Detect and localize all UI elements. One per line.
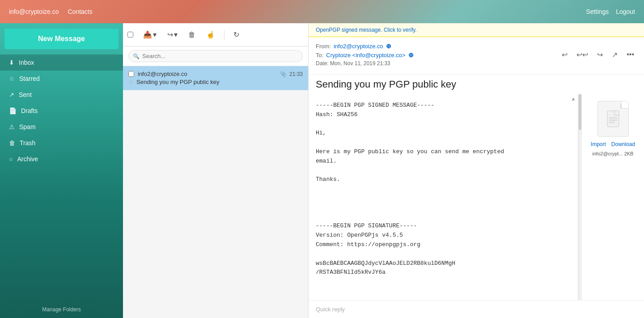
reply-button[interactable]: ↩ <box>559 49 570 61</box>
sidebar: New Message ⬇ Inbox ☆ Starred ↗ Sent 📄 D… <box>0 23 123 318</box>
scroll-thumb[interactable] <box>579 94 581 130</box>
mark-button[interactable]: ☝ <box>203 28 219 42</box>
sidebar-item-label-sent: Sent <box>19 91 32 98</box>
body-and-scroll: ▲ -----BEGIN PGP SIGNED MESSAGE----- Has… <box>309 94 581 300</box>
to-row: To: Cryptoize <info@cryptoize.co> ⊕ <box>316 51 559 59</box>
new-message-button[interactable]: New Message <box>4 29 119 49</box>
forward-icon: ↪ <box>167 30 173 39</box>
sidebar-item-label-inbox: Inbox <box>19 59 34 66</box>
toolbar-separator <box>224 29 225 40</box>
sidebar-item-trash[interactable]: 🗑 Trash <box>0 135 123 151</box>
search-input[interactable] <box>128 50 303 62</box>
svg-rect-0 <box>607 111 619 127</box>
pgp-banner-text: OpenPGP signed message. <box>316 27 382 33</box>
email-date: Date: Mon, Nov 11, 2019 21:33 <box>316 60 559 67</box>
download-button[interactable]: Download <box>610 140 636 148</box>
email-body-text: -----BEGIN PGP SIGNED MESSAGE----- Hash:… <box>316 101 571 277</box>
email-meta: From: info2@cryptoize.co ⊕ To: Cryptoize… <box>316 42 559 67</box>
email-body-wrapper: ▲ -----BEGIN PGP SIGNED MESSAGE----- Has… <box>309 94 644 300</box>
sent-icon: ↗ <box>9 91 14 98</box>
delete-button[interactable]: 🗑 <box>185 28 199 42</box>
search-wrapper: 🔍 <box>128 50 303 62</box>
email-header-row: From: info2@cryptoize.co ⊕ To: Cryptoize… <box>316 42 637 67</box>
sidebar-item-inbox[interactable]: ⬇ Inbox <box>0 54 123 71</box>
manage-folders[interactable]: Manage Folders <box>0 301 123 318</box>
pgp-banner[interactable]: OpenPGP signed message. Click to verify. <box>309 23 644 37</box>
more-actions-button[interactable]: ••• <box>624 49 637 60</box>
attachment-icon-fold <box>621 101 628 109</box>
to-label: To: <box>316 52 323 59</box>
from-add-contact-icon[interactable]: ⊕ <box>386 42 391 50</box>
forward-email-button[interactable]: ↪ <box>594 49 606 61</box>
email-scrollbar[interactable] <box>578 94 581 300</box>
sidebar-item-drafts[interactable]: 📄 Drafts <box>0 103 123 119</box>
trash-icon: 🗑 <box>9 139 15 146</box>
email-subject-display: Sending you my PGP public key <box>309 75 644 94</box>
star-toggle-icon[interactable]: ☆ <box>128 79 134 85</box>
sidebar-spacer <box>0 167 123 301</box>
topbar-settings[interactable]: Settings <box>586 8 609 15</box>
email-subject-preview: Sending you my PGP public key <box>136 79 219 85</box>
refresh-icon: ↻ <box>233 30 239 39</box>
attachment-size: 2KB <box>624 151 634 156</box>
attachment-filename: info2@crypt... <box>593 151 623 156</box>
reply-icon: ↩ <box>562 51 568 59</box>
quick-reply[interactable]: Quick reply <box>309 300 644 318</box>
main-layout: New Message ⬇ Inbox ☆ Starred ↗ Sent 📄 D… <box>0 23 644 318</box>
refresh-button[interactable]: ↻ <box>230 28 243 42</box>
delete-icon: 🗑 <box>188 31 195 39</box>
email-body[interactable]: ▲ -----BEGIN PGP SIGNED MESSAGE----- Has… <box>309 94 578 300</box>
email-header: From: info2@cryptoize.co ⊕ To: Cryptoize… <box>309 37 644 75</box>
sidebar-item-spam[interactable]: ⚠ Spam <box>0 119 123 135</box>
spam-icon: ⚠ <box>9 123 15 130</box>
attachment-file-icon <box>597 101 629 137</box>
from-label: From: <box>316 43 331 50</box>
open-external-button[interactable]: ↗ <box>609 49 620 61</box>
to-add-contact-icon[interactable]: ⊕ <box>408 51 414 59</box>
sidebar-item-sent[interactable]: ↗ Sent <box>0 87 123 103</box>
email-checkbox[interactable] <box>128 71 134 77</box>
inbox-icon: ⬇ <box>9 59 14 66</box>
more-icon: ••• <box>627 50 634 58</box>
topbar-right: Settings Logout <box>586 8 635 15</box>
star-icon: ☆ <box>9 75 15 82</box>
topbar-logout[interactable]: Logout <box>616 8 635 15</box>
email-item-right: 📎 21:33 <box>280 71 303 77</box>
to-address[interactable]: Cryptoize <info@cryptoize.co> <box>326 52 405 59</box>
file-svg <box>606 110 620 128</box>
topbar-email[interactable]: info@cryptoize.co <box>9 8 59 15</box>
reply-all-icon: ↩↩ <box>576 51 588 59</box>
forward-button[interactable]: ↪ ▾ <box>164 28 181 42</box>
reply-all-button[interactable]: ↩↩ <box>574 49 591 61</box>
import-button[interactable]: Import <box>590 140 607 148</box>
forward-email-icon: ↪ <box>597 51 603 59</box>
sidebar-item-label-trash: Trash <box>20 139 35 146</box>
sidebar-item-label-starred: Starred <box>19 75 40 82</box>
move-button[interactable]: 📥 ▾ <box>140 28 160 42</box>
email-item-bottom: ☆ Sending you my PGP public key <box>128 79 303 85</box>
email-list-item[interactable]: info2@cryptoize.co 📎 21:33 ☆ Sending you… <box>123 66 308 90</box>
pgp-verify-link[interactable]: Click to verify. <box>384 27 417 33</box>
topbar: info@cryptoize.co Contacts Settings Logo… <box>0 0 644 23</box>
attachment-actions: Import Download <box>590 140 636 148</box>
search-icon: 🔍 <box>133 53 140 59</box>
from-row: From: info2@cryptoize.co ⊕ <box>316 42 559 50</box>
scroll-up-icon[interactable]: ▲ <box>571 96 576 102</box>
date-label: Date: <box>316 60 329 67</box>
attachment-panel: Import Download info2@crypt... 2KB <box>581 94 644 300</box>
email-from: info2@cryptoize.co <box>138 71 187 77</box>
from-address[interactable]: info2@cryptoize.co <box>334 43 383 50</box>
attachment-name: info2@crypt... 2KB <box>593 151 634 156</box>
sidebar-item-label-drafts: Drafts <box>21 107 38 114</box>
attachment-indicator-icon: 📎 <box>280 71 287 77</box>
sidebar-item-starred[interactable]: ☆ Starred <box>0 71 123 87</box>
select-all-checkbox[interactable] <box>127 32 133 38</box>
sidebar-item-archive[interactable]: ○ Archive <box>0 151 123 167</box>
sidebar-item-label-archive: Archive <box>17 155 38 163</box>
search-bar: 🔍 <box>123 46 308 66</box>
email-view: OpenPGP signed message. Click to verify.… <box>309 23 644 318</box>
email-item-left: info2@cryptoize.co <box>128 71 187 77</box>
archive-icon: ○ <box>9 155 13 163</box>
toolbar: 📥 ▾ ↪ ▾ 🗑 ☝ ↻ <box>123 23 308 46</box>
topbar-contacts[interactable]: Contacts <box>68 8 92 15</box>
